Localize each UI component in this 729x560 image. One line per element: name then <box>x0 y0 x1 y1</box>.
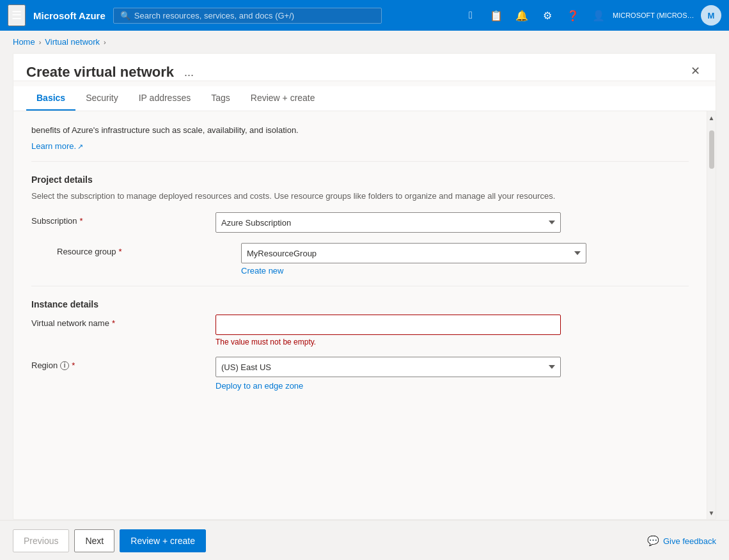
search-input[interactable] <box>134 11 375 20</box>
footer: Previous Next Review + create 💬 Give fee… <box>0 520 729 560</box>
scroll-thumb[interactable] <box>709 130 714 169</box>
vnet-name-control-wrap: The value must not be empty. <box>216 315 561 346</box>
project-details-desc: Select the subscription to manage deploy… <box>31 190 689 203</box>
external-link-icon: ↗ <box>77 143 83 150</box>
resource-group-control-wrap: MyResourceGroup Create new <box>241 243 586 276</box>
panel-header: Create virtual network ... ✕ <box>13 54 716 81</box>
region-select[interactable]: (US) East US(US) West US(EU) West Europe <box>216 357 561 377</box>
subscription-row: Subscription * Azure Subscription <box>31 212 689 233</box>
breadcrumb-home[interactable]: Home <box>13 37 35 47</box>
account-menu[interactable]: MICROSOFT (MICROSOFT.ONMI... M <box>613 5 721 26</box>
edge-zone-link[interactable]: Deploy to an edge zone <box>216 381 303 391</box>
hamburger-menu-button[interactable]: ☰ <box>8 4 26 26</box>
divider-2 <box>31 286 689 286</box>
project-details-header: Project details <box>31 175 689 185</box>
page-title: Create virtual network <box>26 64 174 81</box>
subscription-control-wrap: Azure Subscription <box>216 212 561 233</box>
learn-more-link[interactable]: Learn more.↗ <box>31 141 83 151</box>
vnet-name-input[interactable] <box>216 315 561 335</box>
panel-title-row: Create virtual network ... <box>26 64 688 81</box>
panel-body: benefits of Azure's infrastructure such … <box>13 111 716 519</box>
vnet-name-error: The value must not be empty. <box>216 338 561 346</box>
directory-button[interactable]: 👤 <box>587 4 610 27</box>
scrollbar: ▲ ▼ <box>707 111 716 519</box>
create-new-link[interactable]: Create new <box>241 266 283 276</box>
account-name: MICROSOFT (MICROSOFT.ONMI... <box>613 12 696 19</box>
search-box[interactable]: 🔍 <box>113 8 382 24</box>
resource-group-required: * <box>119 247 122 256</box>
resource-group-label: Resource group * <box>57 243 236 256</box>
tab-basics[interactable]: Basics <box>26 86 75 111</box>
create-vnet-panel: Create virtual network ... ✕ Basics Secu… <box>13 53 716 520</box>
topbar: ☰ Microsoft Azure 🔍  📋 🔔 ⚙ ❓ 👤 MICROSOF… <box>0 0 729 31</box>
vnet-name-required: * <box>112 318 115 328</box>
intro-text: benefits of Azure's infrastructure such … <box>31 124 689 137</box>
scroll-down-arrow[interactable]: ▼ <box>707 506 716 519</box>
review-create-button[interactable]: Review + create <box>120 529 206 552</box>
azure-logo: Microsoft Azure <box>33 10 106 21</box>
feedback-icon: 💬 <box>647 535 659 547</box>
subscription-label: Subscription * <box>31 212 210 226</box>
next-button[interactable]: Next <box>74 529 114 552</box>
panel-content: benefits of Azure's infrastructure such … <box>13 111 707 519</box>
subscription-select[interactable]: Azure Subscription <box>216 212 561 233</box>
breadcrumb-virtual-network[interactable]: Virtual network <box>45 37 100 47</box>
feedback-topbar-button[interactable]: 📋 <box>485 4 508 27</box>
settings-button[interactable]: ⚙ <box>536 4 559 27</box>
scroll-up-arrow[interactable]: ▲ <box>707 111 716 124</box>
tab-tags[interactable]: Tags <box>201 86 240 111</box>
notifications-button[interactable]: 🔔 <box>510 4 533 27</box>
subscription-required: * <box>80 216 83 226</box>
tab-review-create[interactable]: Review + create <box>240 86 325 111</box>
close-button[interactable]: ✕ <box>688 61 703 81</box>
region-required: * <box>72 361 75 370</box>
tab-security[interactable]: Security <box>75 86 129 111</box>
previous-button[interactable]: Previous <box>13 529 69 552</box>
region-label: Region i * <box>31 357 210 370</box>
help-button[interactable]: ❓ <box>561 4 584 27</box>
search-icon: 🔍 <box>120 11 130 20</box>
feedback-label: Give feedback <box>663 536 716 546</box>
vnet-name-row: Virtual network name * The value must no… <box>31 315 689 346</box>
resource-group-row: Resource group * MyResourceGroup Create … <box>57 243 689 276</box>
cloud-shell-button[interactable]:  <box>459 4 482 27</box>
panel-options-button[interactable]: ... <box>180 65 198 81</box>
breadcrumb-sep-1: › <box>39 38 42 46</box>
tab-ip-addresses[interactable]: IP addresses <box>129 86 201 111</box>
region-control-wrap: (US) East US(US) West US(EU) West Europe… <box>216 357 561 391</box>
vnet-name-label: Virtual network name * <box>31 315 210 328</box>
divider-1 <box>31 161 689 162</box>
instance-details-header: Instance details <box>31 299 689 309</box>
region-info-icon[interactable]: i <box>60 361 69 370</box>
resource-group-select[interactable]: MyResourceGroup <box>241 243 586 263</box>
give-feedback-button[interactable]: 💬 Give feedback <box>647 535 716 547</box>
breadcrumb-sep-2: › <box>104 38 106 46</box>
avatar: M <box>701 5 721 26</box>
breadcrumb: Home › Virtual network › <box>0 31 729 53</box>
scroll-thumb-area <box>707 124 716 506</box>
topbar-icons:  📋 🔔 ⚙ ❓ 👤 MICROSOFT (MICROSOFT.ONMI...… <box>459 4 721 27</box>
tabs-bar: Basics Security IP addresses Tags Review… <box>13 86 716 111</box>
region-row: Region i * (US) East US(US) West US(EU) … <box>31 357 689 391</box>
